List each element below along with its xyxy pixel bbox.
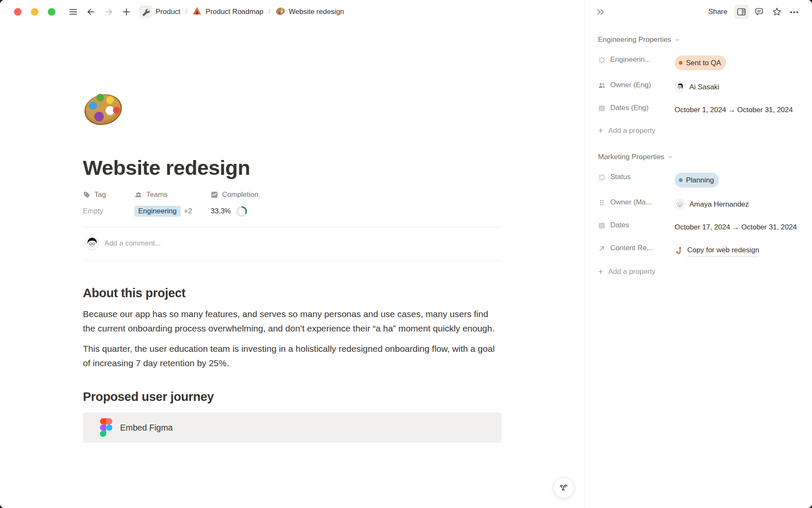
people-icon: [598, 82, 606, 89]
about-heading[interactable]: About this project: [83, 286, 502, 300]
property-value[interactable]: Sent to QA: [675, 53, 800, 70]
property-value[interactable]: Planning: [675, 171, 800, 188]
comments-button[interactable]: [752, 5, 766, 19]
zoom-window-button[interactable]: [48, 8, 55, 16]
property-value[interactable]: Ai Sasaki: [675, 79, 800, 93]
breadcrumb-label: Product Roadmap: [206, 8, 263, 16]
completion-property-value[interactable]: 33.3%: [211, 205, 258, 218]
calendar-icon: [598, 105, 606, 112]
ellipsis-icon: •••: [790, 8, 799, 16]
status-dot: [679, 61, 683, 65]
breadcrumb-label: Product: [156, 8, 181, 16]
share-button[interactable]: Share: [705, 6, 731, 18]
drag-dots-icon: [598, 199, 606, 207]
side-peek-icon: [736, 7, 746, 17]
sidebar-menu-button[interactable]: [66, 5, 80, 19]
topbar-actions: Share •••: [705, 5, 802, 19]
property-value[interactable]: Amaya Hernandez: [675, 196, 800, 210]
property-label[interactable]: Owner (Ma...: [610, 196, 675, 207]
tag-property-value[interactable]: Empty: [83, 205, 134, 218]
new-page-button[interactable]: [120, 5, 133, 19]
double-chevron-right-icon: [596, 7, 605, 17]
wrench-icon: [139, 6, 152, 18]
plus-icon: [122, 7, 131, 17]
engineering-properties-header[interactable]: Engineering Properties: [598, 36, 800, 44]
status-pill-planning[interactable]: Planning: [675, 173, 719, 188]
notion-ai-button[interactable]: [553, 477, 574, 498]
property-label[interactable]: Engineerin...: [610, 53, 675, 64]
about-paragraph-1[interactable]: Because our app has so many features, an…: [83, 307, 502, 336]
panel-body: Engineering Properties Engineerin... Sen…: [585, 24, 812, 276]
property-row-eng-owner: Owner (Eng) Ai Sasaki: [598, 79, 800, 93]
property-row-content-relation: Content Re... Copy for web redesign: [598, 242, 800, 257]
hook-icon: [675, 246, 683, 255]
teams-more-count[interactable]: +2: [184, 207, 192, 215]
avatar-amaya-hernandez: [675, 199, 685, 210]
status-dot: [679, 178, 683, 182]
property-label[interactable]: Content Re...: [610, 242, 675, 252]
page-content: Website redesign Tag Empty Teams Engin: [83, 88, 502, 443]
arrow-up-right-icon: [598, 245, 606, 252]
property-tag: Tag Empty: [83, 190, 134, 218]
property-completion: Completion 33.3%: [211, 190, 258, 218]
property-row-eng-dates: Dates (Eng) October 1, 2024 → October 31…: [598, 102, 800, 116]
plus-icon: +: [598, 267, 603, 276]
property-value-date-range[interactable]: October 1, 2024 → October 31, 2024: [675, 102, 800, 116]
property-label[interactable]: Status: [610, 171, 675, 181]
breadcrumb-label: Website redesign: [289, 8, 344, 16]
chevron-down-icon: [667, 154, 674, 160]
status-burst-icon: [598, 56, 606, 64]
progress-ring: [236, 206, 247, 217]
property-value[interactable]: Copy for web redesign: [675, 242, 800, 257]
collapse-panel-button[interactable]: [593, 5, 608, 19]
property-label[interactable]: Owner (Eng): [610, 79, 675, 89]
close-window-button[interactable]: [14, 8, 22, 16]
breadcrumb-item-current-page[interactable]: Website redesign: [273, 5, 347, 19]
avatar-current-user: [85, 237, 99, 250]
traffic-lights: [14, 8, 55, 16]
about-paragraph-2[interactable]: This quarter, the user education team is…: [83, 342, 502, 370]
more-options-button[interactable]: •••: [787, 5, 802, 19]
page-title[interactable]: Website redesign: [83, 156, 502, 179]
tent-icon: [192, 6, 202, 18]
breadcrumb-item-product[interactable]: Product: [137, 4, 183, 19]
toggle-side-panel-button[interactable]: [734, 5, 749, 19]
favorite-button[interactable]: [770, 5, 784, 19]
status-pill-sent-to-qa[interactable]: Sent to QA: [675, 55, 726, 70]
page-icon-palette[interactable]: [83, 88, 123, 129]
comment-bubble-icon: [754, 7, 764, 17]
page-properties-row: Tag Empty Teams Engineering +2: [83, 190, 502, 218]
back-button[interactable]: [84, 5, 98, 19]
star-icon: [772, 7, 782, 17]
journey-heading[interactable]: Proposed user journey: [83, 390, 502, 404]
comment-input[interactable]: [104, 239, 499, 248]
property-value-date-range[interactable]: October 17, 2024 → October 31, 2024: [675, 219, 800, 233]
teams-property-value[interactable]: Engineering +2: [134, 205, 211, 218]
property-label[interactable]: Dates: [610, 219, 675, 229]
completion-property-label[interactable]: Completion: [211, 190, 258, 199]
embed-figma-block[interactable]: Embed Figma: [83, 412, 502, 443]
team-pill-engineering[interactable]: Engineering: [134, 206, 181, 217]
chevron-down-icon: [674, 36, 680, 43]
status-burst-icon: [598, 174, 606, 181]
breadcrumb-item-roadmap[interactable]: Product Roadmap: [190, 5, 266, 19]
forward-button[interactable]: [102, 5, 115, 19]
people-group-icon: [134, 191, 143, 199]
tag-property-label[interactable]: Tag: [83, 190, 134, 199]
breadcrumb-separator: /: [269, 8, 270, 16]
breadcrumb-separator: /: [186, 8, 187, 16]
divider: [83, 260, 502, 261]
marketing-properties-header[interactable]: Marketing Properties: [598, 153, 800, 161]
minimize-window-button[interactable]: [31, 8, 38, 16]
relation-link[interactable]: Copy for web redesign: [687, 244, 759, 257]
add-property-button[interactable]: + Add a property: [598, 267, 800, 276]
figma-logo-icon: [100, 418, 112, 437]
teams-property-label[interactable]: Teams: [134, 190, 211, 199]
add-property-button[interactable]: + Add a property: [598, 126, 800, 135]
group-marketing-properties: Marketing Properties Status Planning: [598, 153, 800, 276]
arrow-right-icon: [104, 7, 113, 17]
property-label[interactable]: Dates (Eng): [610, 102, 675, 112]
palette-icon: [276, 6, 285, 18]
property-row-status: Status Planning: [598, 171, 800, 188]
property-row-eng-status: Engineerin... Sent to QA: [598, 53, 800, 70]
